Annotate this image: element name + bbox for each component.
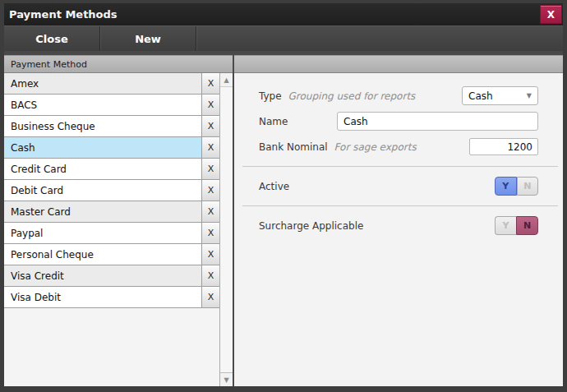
- payment-method-name[interactable]: Cash: [4, 137, 201, 158]
- payment-method-row[interactable]: Credit Card X: [4, 159, 219, 180]
- payment-methods-window: Payment Methods X Close New Payment Meth…: [0, 0, 567, 392]
- new-button[interactable]: New: [100, 26, 196, 51]
- active-row: Active Y N: [259, 177, 538, 196]
- payment-method-row[interactable]: Cash X: [4, 137, 219, 159]
- scroll-up-icon: ▲: [224, 76, 228, 84]
- payment-method-name[interactable]: Business Cheque: [4, 116, 201, 136]
- payment-method-row[interactable]: Master Card X: [4, 201, 219, 223]
- type-row: Type Grouping used for reports Cash ▼: [259, 86, 538, 105]
- delete-row-button[interactable]: X: [201, 116, 219, 136]
- close-icon: X: [547, 9, 555, 21]
- active-toggle[interactable]: Y N: [495, 177, 538, 196]
- type-hint: Grouping used for reports: [288, 90, 416, 102]
- payment-method-name[interactable]: Master Card: [4, 201, 201, 222]
- surcharge-row: Surcharge Applicable Y N: [259, 216, 538, 235]
- active-toggle-yes[interactable]: Y: [495, 177, 517, 196]
- active-toggle-no[interactable]: N: [517, 177, 539, 196]
- scroll-up-button[interactable]: ▲: [220, 73, 233, 87]
- type-select-value: Cash: [468, 90, 527, 102]
- toolbar: Close New: [4, 25, 563, 51]
- bank-nominal-row: Bank Nominal For sage exports: [259, 137, 538, 156]
- active-label: Active: [259, 181, 289, 192]
- list-scrollbar[interactable]: ▲ ▼: [219, 73, 233, 386]
- payment-method-row[interactable]: Personal Cheque X: [4, 244, 219, 265]
- section-divider: [242, 166, 558, 167]
- section-divider: [242, 205, 558, 206]
- payment-method-name[interactable]: BACS: [4, 95, 201, 115]
- surcharge-toggle-no[interactable]: N: [516, 216, 538, 235]
- surcharge-toggle[interactable]: Y N: [495, 216, 538, 235]
- payment-method-row[interactable]: Visa Credit X: [4, 265, 219, 287]
- delete-row-button[interactable]: X: [201, 73, 219, 94]
- delete-row-button[interactable]: X: [201, 180, 219, 201]
- payment-method-name[interactable]: Visa Debit: [4, 287, 201, 307]
- payment-method-name[interactable]: Amex: [4, 73, 201, 94]
- payment-method-name[interactable]: Visa Credit: [4, 265, 201, 286]
- delete-row-button[interactable]: X: [201, 137, 219, 158]
- payment-method-row[interactable]: Visa Debit X: [4, 287, 219, 308]
- bank-nominal-input[interactable]: [469, 138, 538, 155]
- payment-method-row[interactable]: Amex X: [4, 73, 219, 95]
- payment-method-form: Type Grouping used for reports Cash ▼ Na…: [234, 73, 563, 242]
- payment-method-row[interactable]: Business Cheque X: [4, 116, 219, 137]
- delete-row-button[interactable]: X: [201, 159, 219, 179]
- payment-method-name[interactable]: Credit Card: [4, 159, 201, 179]
- name-row: Name: [259, 112, 538, 131]
- delete-row-button[interactable]: X: [201, 223, 219, 243]
- name-label: Name: [259, 116, 337, 127]
- type-label: Type: [259, 90, 282, 102]
- delete-row-button[interactable]: X: [201, 287, 219, 307]
- name-input[interactable]: [337, 112, 538, 131]
- scroll-down-icon: ▼: [224, 376, 228, 384]
- chevron-down-icon: ▼: [527, 92, 532, 99]
- delete-row-button[interactable]: X: [201, 95, 219, 115]
- payment-method-list-panel: Payment Method Amex X BACS X: [4, 55, 234, 386]
- bank-nominal-hint: For sage exports: [334, 141, 417, 153]
- window-title: Payment Methods: [4, 8, 540, 21]
- payment-method-row[interactable]: BACS X: [4, 95, 219, 116]
- close-button[interactable]: Close: [4, 26, 100, 51]
- title-bar: Payment Methods X: [4, 3, 563, 25]
- bank-nominal-label: Bank Nominal: [259, 141, 328, 153]
- surcharge-label: Surcharge Applicable: [259, 220, 363, 232]
- list-body: Amex X BACS X Business Cheque X: [4, 73, 233, 386]
- list-header: Payment Method: [4, 55, 233, 73]
- payment-method-name[interactable]: Personal Cheque: [4, 244, 201, 265]
- scroll-down-button[interactable]: ▼: [220, 372, 233, 386]
- delete-row-button[interactable]: X: [201, 244, 219, 265]
- delete-row-button[interactable]: X: [201, 265, 219, 286]
- payment-method-row[interactable]: Paypal X: [4, 223, 219, 244]
- window-close-button[interactable]: X: [540, 5, 562, 24]
- content-area: Payment Method Amex X BACS X: [4, 51, 563, 386]
- delete-row-button[interactable]: X: [201, 201, 219, 222]
- surcharge-toggle-yes[interactable]: Y: [495, 216, 516, 235]
- payment-method-row[interactable]: Debit Card X: [4, 180, 219, 201]
- detail-panel: Type Grouping used for reports Cash ▼ Na…: [234, 55, 563, 386]
- payment-method-name[interactable]: Debit Card: [4, 180, 201, 201]
- type-select[interactable]: Cash ▼: [462, 86, 538, 105]
- detail-panel-header: [234, 55, 563, 73]
- list-rows: Amex X BACS X Business Cheque X: [4, 73, 219, 386]
- payment-method-name[interactable]: Paypal: [4, 223, 201, 243]
